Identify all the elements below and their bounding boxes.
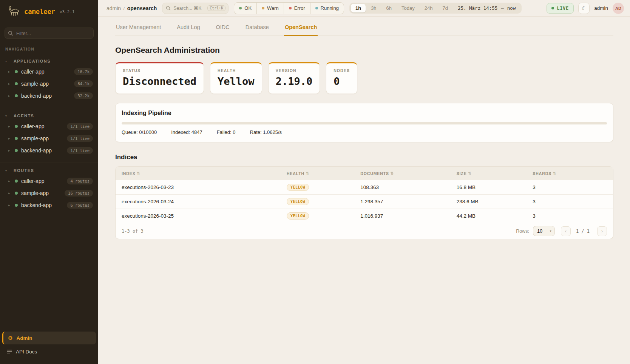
sidebar-item-sample-app[interactable]: ▸sample-app1/1 live <box>0 132 98 144</box>
section-header-applications[interactable]: ▾APPLICATIONS <box>0 56 98 66</box>
column-header-index[interactable]: INDEX⇅ <box>122 171 287 176</box>
sidebar-section: ▾AGENTS▸caller-app1/1 live▸sample-app1/1… <box>0 108 98 160</box>
time-range-6h[interactable]: 6h <box>382 4 396 12</box>
sidebar-item-admin[interactable]: ⚙ Admin <box>2 332 96 344</box>
sidebar-item-api-docs[interactable]: API Docs <box>2 345 96 358</box>
chevron-right-icon: › <box>601 228 603 234</box>
sidebar-item-badge: 84.1k <box>74 80 93 87</box>
status-dot-icon <box>15 204 18 207</box>
size-cell: 16.8 MB <box>457 184 533 190</box>
section-header-routes[interactable]: ▾ROUTES <box>0 165 98 175</box>
docs-icon <box>7 349 12 354</box>
index-name-cell: executions-2026-03-25 <box>122 213 287 219</box>
time-from: 25. März 14:55 <box>458 5 497 11</box>
main-area: admin / opensearch Search... ⌘K Ctrl+K O… <box>98 0 630 364</box>
stat-card-health: HEALTHYellow <box>210 62 262 94</box>
stat-card-value: 2.19.0 <box>276 75 313 87</box>
time-range-today[interactable]: Today <box>397 4 419 12</box>
pipeline-stat: Failed: 0 <box>217 129 236 135</box>
sidebar-item-sample-app[interactable]: ▸sample-app16 routes <box>0 187 98 199</box>
sidebar-item-badge: 4 routes <box>67 178 93 184</box>
shards-cell: 3 <box>533 199 607 204</box>
time-to: now <box>507 5 516 11</box>
status-filter-error[interactable]: Error <box>284 3 310 14</box>
theme-toggle-button[interactable]: ☾ <box>578 3 590 14</box>
breadcrumb-parent[interactable]: admin <box>107 5 121 11</box>
time-separator: — <box>501 5 504 11</box>
pipeline-title: Indexing Pipeline <box>122 110 607 117</box>
sidebar-item-backend-app[interactable]: ▸backend-app6 routes <box>0 199 98 211</box>
chevron-down-icon: ▾ <box>5 114 11 118</box>
sidebar-section: ▾ROUTES▸caller-app4 routes▸sample-app16 … <box>0 163 98 215</box>
sidebar-item-caller-app[interactable]: ▸caller-app1/1 live <box>0 120 98 132</box>
size-cell: 44.2 MB <box>457 213 533 219</box>
time-range-group: 1h3h6hToday24h7d 25. März 14:55 — now <box>349 3 522 14</box>
table-row[interactable]: executions-2026-03-24YELLOW1.298.357238.… <box>116 194 613 209</box>
time-display[interactable]: 25. März 14:55 — now <box>453 5 520 11</box>
rows-per-page-value: 10 <box>537 228 542 234</box>
search-shortcut-kbd: Ctrl+K <box>207 5 225 11</box>
sidebar-item-caller-app[interactable]: ▸caller-app10.7k <box>0 66 98 78</box>
section-header-agents[interactable]: ▾AGENTS <box>0 111 98 120</box>
status-dot-icon <box>239 7 242 9</box>
gear-icon: ⚙ <box>8 335 13 341</box>
status-filter-running[interactable]: Running <box>310 3 344 14</box>
sidebar-item-caller-app[interactable]: ▸caller-app4 routes <box>0 175 98 187</box>
column-header-health[interactable]: HEALTH⇅ <box>287 171 360 176</box>
sidebar-item-backend-app[interactable]: ▸backend-app1/1 live <box>0 144 98 157</box>
page-title: OpenSearch Administration <box>115 46 613 55</box>
rows-per-page-select[interactable]: 10 ▾ <box>533 226 555 236</box>
pipeline-stat: Rate: 1.0625/s <box>250 129 282 135</box>
time-range-24h[interactable]: 24h <box>420 4 437 12</box>
status-filter-label: Warn <box>267 5 279 11</box>
brand[interactable]: cameleer v3.2.1 <box>0 0 98 24</box>
prev-page-button[interactable]: ‹ <box>561 226 571 236</box>
stat-card-value: Yellow <box>218 75 255 87</box>
section-label: AGENTS <box>14 114 34 118</box>
stat-cards: STATUSDisconnectedHEALTHYellowVERSION2.1… <box>115 62 613 94</box>
documents-cell: 108.363 <box>360 184 456 190</box>
brand-version: v3.2.1 <box>60 9 75 14</box>
sidebar-item-label: caller-app <box>21 123 44 129</box>
tab-user-management[interactable]: User Management <box>115 23 162 36</box>
time-range-3h[interactable]: 3h <box>366 4 381 12</box>
search-icon <box>8 31 13 36</box>
avatar[interactable]: AD <box>613 3 624 14</box>
live-badge[interactable]: LIVE <box>547 3 574 14</box>
global-search[interactable]: Search... ⌘K Ctrl+K <box>162 3 229 14</box>
tab-database[interactable]: Database <box>245 23 270 36</box>
status-filter-ok[interactable]: OK <box>234 3 256 14</box>
sidebar-nav: ▾APPLICATIONS▸caller-app10.7k▸sample-app… <box>0 54 98 215</box>
tab-audit-log[interactable]: Audit Log <box>176 23 201 36</box>
sidebar-item-label: backend-app <box>21 202 52 208</box>
column-header-documents[interactable]: DOCUMENTS⇅ <box>360 171 456 176</box>
next-page-button[interactable]: › <box>597 226 607 236</box>
content: User ManagementAudit LogOIDCDatabaseOpen… <box>98 17 630 239</box>
health-cell: YELLOW <box>287 212 360 220</box>
column-header-shards[interactable]: SHARDS⇅ <box>533 171 607 176</box>
camel-logo-icon <box>7 5 20 18</box>
size-cell: 238.6 MB <box>457 199 533 204</box>
status-dot-icon <box>15 180 18 183</box>
table-row[interactable]: executions-2026-03-25YELLOW1.016.93744.2… <box>116 209 613 223</box>
time-range-1h[interactable]: 1h <box>351 4 366 12</box>
section-label: APPLICATIONS <box>14 59 51 63</box>
topbar: admin / opensearch Search... ⌘K Ctrl+K O… <box>98 0 630 17</box>
sidebar-item-label: caller-app <box>21 69 44 75</box>
sidebar-filter-input[interactable] <box>5 28 94 39</box>
sidebar-item-sample-app[interactable]: ▸sample-app84.1k <box>0 78 98 90</box>
column-header-size[interactable]: SIZE⇅ <box>457 171 533 176</box>
chevron-left-icon: ‹ <box>565 228 567 234</box>
table-row[interactable]: executions-2026-03-23YELLOW108.36316.8 M… <box>116 180 613 194</box>
tab-opensearch[interactable]: OpenSearch <box>284 23 318 36</box>
time-range-7d[interactable]: 7d <box>438 4 452 12</box>
chevron-down-icon: ▾ <box>5 60 11 63</box>
stat-card-label: HEALTH <box>218 68 255 73</box>
sidebar-item-backend-app[interactable]: ▸backend-app32.2k <box>0 90 98 102</box>
topbar-right: LIVE ☾ admin AD <box>547 3 624 14</box>
tab-oidc[interactable]: OIDC <box>215 23 230 36</box>
sidebar-item-label: sample-app <box>21 81 49 87</box>
sidebar-item-badge: 1/1 live <box>67 147 93 154</box>
status-filter-warn[interactable]: Warn <box>256 3 284 14</box>
breadcrumb-current: opensearch <box>127 5 157 11</box>
